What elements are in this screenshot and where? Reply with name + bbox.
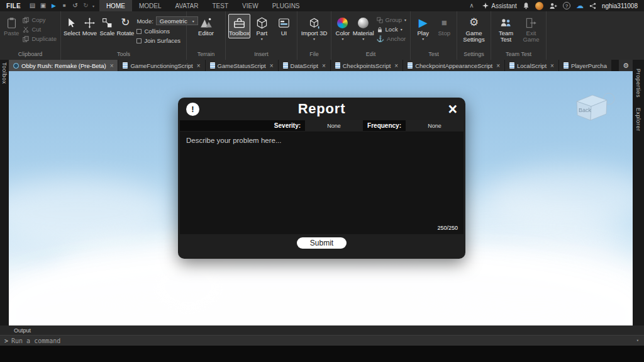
doc-tab-gamefunctioningscript[interactable]: GameFunctioningScript ×	[118, 60, 205, 71]
cut-button[interactable]: Cut	[23, 26, 57, 33]
color-button[interactable]: Color ▾	[334, 14, 352, 41]
terrain-editor-button[interactable]: Editor	[194, 14, 218, 37]
frequency-value[interactable]: None	[406, 120, 464, 131]
place-icon	[13, 63, 19, 69]
part-button[interactable]: Part ▾	[252, 14, 272, 41]
menu-tab-model[interactable]: MODEL	[132, 0, 169, 11]
doc-tab-label: CheckpointsScript	[343, 62, 391, 69]
menu-tab-plugins[interactable]: PLUGINS	[265, 0, 307, 11]
ui-button[interactable]: UI	[274, 14, 294, 37]
username[interactable]: nghia311008	[602, 3, 638, 9]
close-icon[interactable]: ×	[197, 62, 201, 69]
toolbox-side-tab-label: Toolbox	[1, 62, 8, 84]
collapse-ribbon-icon[interactable]: ∧	[466, 0, 477, 11]
output-label: Output	[14, 327, 31, 334]
scale-button[interactable]: Scale	[99, 14, 115, 37]
close-icon[interactable]: ×	[394, 62, 398, 69]
stop-icon[interactable]: ■	[59, 0, 70, 11]
close-icon[interactable]: ×	[448, 99, 457, 118]
severity-value[interactable]: None	[305, 120, 363, 131]
close-icon[interactable]: ×	[496, 62, 500, 69]
undo-icon[interactable]: ↺	[70, 0, 80, 11]
doc-tab-checkpointsscript[interactable]: CheckpointsScript ×	[331, 60, 403, 71]
doc-tab-datascript[interactable]: DataScript ×	[279, 60, 331, 71]
menu-tab-avatar[interactable]: AVATAR	[168, 0, 205, 11]
color-icon	[335, 15, 351, 30]
problem-description-input[interactable]	[180, 132, 464, 234]
play-test-icon: ▶	[415, 15, 431, 30]
caret-icon: ▾	[261, 37, 263, 41]
play-test-button[interactable]: ▶ Play ▾	[413, 14, 433, 41]
share-icon[interactable]	[589, 3, 596, 9]
chevron-down-icon[interactable]: ▾	[631, 338, 644, 343]
close-icon[interactable]: ×	[322, 62, 326, 69]
avatar[interactable]	[535, 2, 543, 10]
group-label-clipboard: Clipboard	[0, 51, 60, 60]
notifications-bell-icon[interactable]	[523, 2, 530, 9]
import-3d-label: Import 3D	[301, 30, 328, 37]
caret-icon[interactable]: ▾	[92, 4, 94, 8]
close-icon[interactable]: ×	[110, 62, 114, 69]
toolbox-side-tab[interactable]: Toolbox	[1, 62, 8, 87]
doc-tab-gamestatusscript[interactable]: GameStatusScript ×	[206, 60, 279, 71]
lock-button[interactable]: Lock ▾	[377, 26, 406, 33]
group-icon	[377, 17, 383, 23]
stop-test-label: Stop	[438, 30, 450, 37]
menu-tab-view[interactable]: VIEW	[235, 0, 265, 11]
copy-button[interactable]: Copy	[23, 16, 57, 23]
cloud-icon[interactable]: ☁	[576, 2, 584, 9]
play-icon[interactable]: ▶	[48, 0, 59, 11]
viewport[interactable]: Back ! Report × Severity: None Frequency…	[9, 71, 633, 325]
doc-tab-label: DataScript	[291, 62, 318, 69]
doc-tab-playerpurchase[interactable]: PlayerPurcha	[559, 60, 612, 71]
select-button[interactable]: Select	[64, 14, 80, 37]
anchor-button[interactable]: ⚓ Anchor	[377, 35, 406, 42]
menu-tab-test[interactable]: TEST	[206, 0, 236, 11]
submit-button[interactable]: Submit	[297, 237, 347, 249]
script-icon	[509, 62, 514, 69]
team-test-button[interactable]: Team Test	[494, 14, 518, 43]
open-place-icon[interactable]: ▣	[38, 0, 48, 11]
view-cube[interactable]: Back	[567, 90, 618, 128]
file-menu-button[interactable]: FILE	[0, 3, 27, 9]
anchor-label: Anchor	[387, 35, 406, 42]
ribbon-group-clipboard: Paste Copy Cut Duplicate	[0, 11, 61, 60]
menu-tab-home[interactable]: HOME	[99, 0, 132, 11]
menubar: FILE ▤ ▣ ▶ ■ ↺ ↻ ▾ HOME MODEL AVATAR TES…	[0, 0, 644, 11]
toolbox-icon	[231, 15, 247, 30]
command-input[interactable]	[11, 337, 631, 344]
material-button[interactable]: Material ▾	[353, 14, 374, 41]
doc-tab-place[interactable]: Obby Rush: Remake (Pre-Beta) ×	[9, 60, 118, 71]
import-3d-button[interactable]: Import 3D ▾	[300, 14, 328, 41]
paste-button[interactable]: Paste	[3, 14, 20, 37]
duplicate-button[interactable]: Duplicate	[23, 35, 57, 42]
ui-label: UI	[281, 30, 287, 37]
game-settings-button[interactable]: ⚙ Game Settings	[460, 14, 488, 43]
duplicate-icon	[23, 36, 29, 42]
redo-icon[interactable]: ↻	[80, 0, 91, 11]
toolbox-button[interactable]: Toolbox	[228, 14, 250, 38]
rotate-button[interactable]: ↻ Rotate	[116, 14, 134, 37]
properties-side-tab[interactable]: Properties	[635, 69, 641, 100]
close-icon[interactable]: ×	[270, 62, 274, 69]
group-button[interactable]: Group ▾	[377, 16, 406, 23]
add-user-icon[interactable]	[549, 3, 557, 9]
move-icon	[81, 15, 97, 30]
explorer-side-tab[interactable]: Explorer	[635, 108, 641, 134]
ribbon: Paste Copy Cut Duplicate	[0, 11, 644, 60]
new-place-icon[interactable]: ▤	[27, 0, 38, 11]
exit-game-button[interactable]: Exit Game	[519, 14, 543, 43]
tabbar-settings-button[interactable]: ⚙	[619, 60, 633, 71]
report-dialog: ! Report × Severity: None Frequency: Non…	[178, 98, 465, 259]
report-dialog-header: ! Report ×	[178, 98, 465, 120]
stop-test-button[interactable]: ■ Stop	[435, 14, 455, 37]
rotate-icon: ↻	[117, 15, 133, 30]
doc-tab-checkpointappearancescript[interactable]: CheckpointAppearanceScript ×	[403, 60, 505, 71]
terrain-editor-icon	[198, 15, 214, 30]
output-bar[interactable]: Output	[0, 325, 644, 335]
help-icon[interactable]: ?	[563, 2, 570, 9]
assistant-button[interactable]: Assistant	[482, 3, 517, 9]
move-button[interactable]: Move	[81, 14, 97, 37]
doc-tab-localscript[interactable]: LocalScript ×	[505, 60, 559, 71]
close-icon[interactable]: ×	[550, 62, 554, 69]
